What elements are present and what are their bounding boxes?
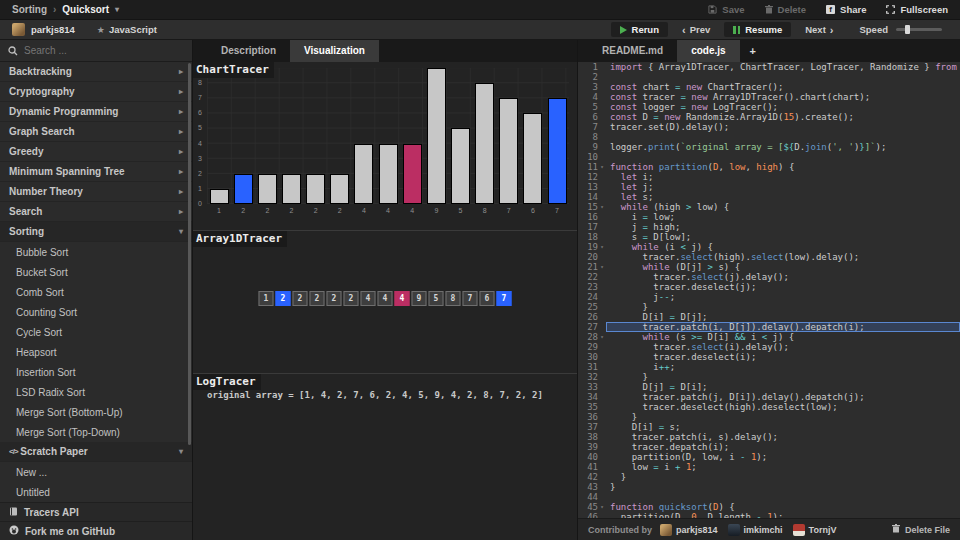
sidebar-item-lsd-radix-sort[interactable]: LSD Radix Sort	[0, 382, 192, 402]
code-text[interactable]: tracer.deselect(high).deselect(low);	[606, 402, 960, 412]
code-line[interactable]: 13 let j;	[578, 182, 960, 192]
sidebar-item-new-[interactable]: New ...	[0, 462, 192, 482]
chart-bar[interactable]	[451, 128, 470, 204]
chart-bar[interactable]	[306, 174, 325, 204]
code-text[interactable]: }	[606, 302, 960, 312]
code-text[interactable]	[606, 492, 960, 502]
code-line[interactable]: 26 D[i] = D[j];	[578, 312, 960, 322]
chart-bar[interactable]	[379, 144, 398, 204]
code-line[interactable]: 38 tracer.patch(i, s).delay();	[578, 432, 960, 442]
breadcrumb-current[interactable]: Quicksort	[62, 4, 109, 15]
sidebar-category-cryptography[interactable]: Cryptography▸	[0, 82, 192, 102]
code-text[interactable]: while (s >= D[i] && i < j) {	[606, 332, 960, 342]
code-line[interactable]: 36 }	[578, 412, 960, 422]
code-text[interactable]: tracer.depatch(i);	[606, 442, 960, 452]
rerun-button[interactable]: Rerun	[611, 22, 668, 37]
editor-tab-readme-md[interactable]: README.md	[588, 40, 677, 62]
array-cell[interactable]: 2	[293, 291, 308, 306]
avatar[interactable]	[12, 23, 25, 36]
code-text[interactable]	[606, 72, 960, 82]
code-line[interactable]: 12 let i;	[578, 172, 960, 182]
fold-icon[interactable]: ▾	[598, 162, 606, 172]
sidebar-item-counting-sort[interactable]: Counting Sort	[0, 302, 192, 322]
code-line[interactable]: 7tracer.set(D).delay();	[578, 122, 960, 132]
array-cell[interactable]: 9	[412, 291, 427, 306]
array-cell[interactable]: 7	[497, 291, 512, 306]
code-line[interactable]: 25 }	[578, 302, 960, 312]
array-cell[interactable]: 4	[378, 291, 393, 306]
code-text[interactable]: tracer.deselect(j);	[606, 282, 960, 292]
sidebar-item-comb-sort[interactable]: Comb Sort	[0, 282, 192, 302]
code-line[interactable]: 9logger.print(`original array = [${D.joi…	[578, 142, 960, 152]
save-button[interactable]: Save	[708, 4, 744, 15]
code-line[interactable]: 37 D[i] = s;	[578, 422, 960, 432]
sidebar-category-backtracking[interactable]: Backtracking▸	[0, 62, 192, 82]
code-text[interactable]: s = D[low];	[606, 232, 960, 242]
sidebar-category-search[interactable]: Search▸	[0, 202, 192, 222]
code-line[interactable]: 41 low = i + 1;	[578, 462, 960, 472]
sidebar-item-cycle-sort[interactable]: Cycle Sort	[0, 322, 192, 342]
chart-bar[interactable]	[427, 68, 446, 204]
code-line[interactable]: 32 }	[578, 372, 960, 382]
code-text[interactable]: tracer.select(i).delay();	[606, 342, 960, 352]
delete-button[interactable]: Delete	[765, 4, 807, 15]
code-line[interactable]: 4const tracer = new Array1DTracer().char…	[578, 92, 960, 102]
code-line[interactable]: 11▾function partition(D, low, high) {	[578, 162, 960, 172]
code-line[interactable]: 44	[578, 492, 960, 502]
code-line[interactable]: 14 let s;	[578, 192, 960, 202]
code-line[interactable]: 45▾function quicksort(D) {	[578, 502, 960, 512]
contributor-imkimchi[interactable]: imkimchi	[728, 524, 783, 536]
contributor-tornjv[interactable]: TornjV	[793, 524, 837, 536]
code-line[interactable]: 24 j--;	[578, 292, 960, 302]
breadcrumb-section[interactable]: Sorting	[12, 4, 47, 15]
sidebar-category-scratch-paper[interactable]: </> Scratch Paper▾	[0, 442, 192, 462]
code-text[interactable]: let i;	[606, 172, 960, 182]
code-text[interactable]: D[j] = D[i];	[606, 382, 960, 392]
new-tab-button[interactable]: +	[740, 40, 766, 62]
sidebar-link-fork-me-on-github[interactable]: Fork me on GitHub	[0, 521, 192, 540]
code-text[interactable]: partition(D, low, i - 1);	[606, 452, 960, 462]
code-line[interactable]: 40 partition(D, low, i - 1);	[578, 452, 960, 462]
array-cell[interactable]: 6	[480, 291, 495, 306]
array-cell[interactable]: 5	[429, 291, 444, 306]
fold-icon[interactable]: ▾	[598, 262, 606, 272]
fullscreen-button[interactable]: Fullscreen	[886, 4, 948, 15]
chart-bar[interactable]	[234, 174, 253, 204]
sidebar-item-insertion-sort[interactable]: Insertion Sort	[0, 362, 192, 382]
code-text[interactable]: tracer.set(D).delay();	[606, 122, 960, 132]
code-line[interactable]: 17 j = high;	[578, 222, 960, 232]
code-text[interactable]: function partition(D, low, high) {	[606, 162, 960, 172]
code-text[interactable]: let s;	[606, 192, 960, 202]
tab-visualization[interactable]: Visualization	[290, 40, 379, 62]
resume-button[interactable]: Resume	[724, 22, 791, 37]
code-line[interactable]: 16 i = low;	[578, 212, 960, 222]
code-line[interactable]: 21▾ while (D[j] > s) {	[578, 262, 960, 272]
chart-bar[interactable]	[354, 144, 373, 204]
code-line[interactable]: 20 tracer.select(high).select(low).delay…	[578, 252, 960, 262]
author-name[interactable]: parkjs814	[31, 24, 75, 35]
sidebar-scrollbar[interactable]	[188, 63, 191, 445]
array-cell[interactable]: 8	[446, 291, 461, 306]
search-input[interactable]	[24, 45, 184, 56]
array-cell[interactable]: 7	[463, 291, 478, 306]
code-text[interactable]: tracer.deselect(i);	[606, 352, 960, 362]
code-line[interactable]: 5const logger = new LogTracer();	[578, 102, 960, 112]
chart-bar[interactable]	[523, 113, 542, 204]
tab-description[interactable]: Description	[207, 40, 290, 62]
code-line[interactable]: 29 tracer.select(i).delay();	[578, 342, 960, 352]
delete-file-button[interactable]: Delete File	[892, 524, 950, 535]
chevron-down-icon[interactable]: ▾	[115, 5, 119, 14]
code-text[interactable]: }	[606, 412, 960, 422]
speed-slider[interactable]	[896, 28, 942, 31]
code-line[interactable]: 6const D = new Randomize.Array1D(15).cre…	[578, 112, 960, 122]
chart-bar[interactable]	[258, 174, 277, 204]
code-text[interactable]: i = low;	[606, 212, 960, 222]
chart-bar[interactable]	[548, 98, 567, 204]
sidebar-item-untitled[interactable]: Untitled	[0, 482, 192, 502]
fold-icon[interactable]: ▾	[598, 242, 606, 252]
breadcrumb[interactable]: Sorting › Quicksort ▾	[12, 4, 119, 15]
array-cell[interactable]: 2	[327, 291, 342, 306]
share-button[interactable]: f Share	[826, 4, 866, 15]
code-line[interactable]: 39 tracer.depatch(i);	[578, 442, 960, 452]
sidebar-link-tracers-api[interactable]: Tracers API	[0, 502, 192, 521]
